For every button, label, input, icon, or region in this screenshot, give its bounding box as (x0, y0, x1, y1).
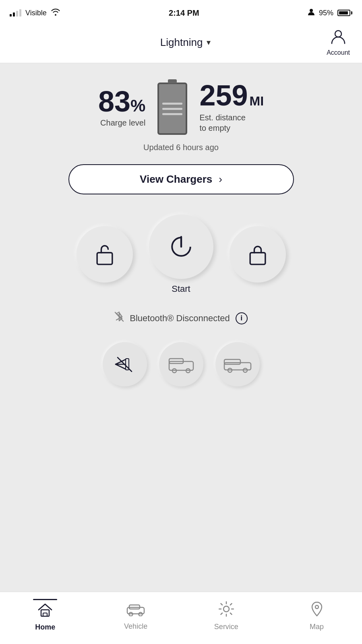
account-icon (330, 28, 346, 47)
chevron-right-icon: › (219, 173, 222, 186)
nav-item-home[interactable]: Home (0, 601, 91, 632)
start-circle (149, 215, 213, 279)
bottom-navigation: Home Vehicle Service (0, 592, 362, 644)
bluetooth-status: Bluetooth® Disconnected i (114, 310, 248, 326)
main-content: 83 % Charge level 259 MI Est. (0, 63, 362, 644)
wifi-icon (51, 8, 60, 18)
svg-rect-5 (250, 253, 265, 264)
signal-icon (10, 9, 21, 17)
charge-level-display: 83 % Charge level (98, 87, 145, 128)
svg-rect-2 (97, 253, 112, 264)
info-button[interactable]: i (236, 312, 248, 324)
status-time: 2:14 PM (169, 8, 199, 18)
svg-point-28 (315, 605, 319, 609)
status-right: 95% (308, 8, 352, 18)
vehicle-icon (126, 602, 145, 620)
distance-unit: MI (250, 94, 264, 109)
unlock-button[interactable] (77, 226, 133, 283)
distance-display: 259 MI Est. distanceto empty (199, 81, 264, 133)
carrier-name: Visible (25, 9, 47, 17)
view-chargers-label: View Chargers (140, 173, 212, 186)
charge-percent-value: 83 (98, 87, 130, 116)
vehicle-selector[interactable]: Lightning ▾ (160, 36, 211, 49)
status-bar: Visible 2:14 PM 95% (0, 0, 362, 24)
charge-percent-symbol: % (130, 96, 145, 116)
truck-side-button[interactable] (215, 342, 260, 386)
chevron-down-icon: ▾ (207, 37, 211, 47)
map-icon (310, 601, 324, 620)
distance-label: Est. distanceto empty (199, 112, 246, 133)
nav-item-service[interactable]: Service (181, 601, 272, 631)
svg-point-0 (310, 9, 313, 12)
svg-point-27 (223, 606, 229, 612)
account-label: Account (327, 49, 350, 56)
bluetooth-icon (114, 310, 124, 326)
battery-graphic (157, 79, 187, 135)
distance-value: 259 (199, 81, 248, 110)
lights-button[interactable] (103, 342, 147, 386)
nav-item-map[interactable]: Map (271, 601, 362, 631)
svg-rect-18 (224, 359, 240, 364)
nav-home-label: Home (35, 623, 55, 632)
header: Lightning ▾ Account (0, 24, 362, 63)
charge-info-section: 83 % Charge level 259 MI Est. (98, 79, 264, 135)
updated-timestamp: Updated 6 hours ago (143, 143, 219, 152)
feature-controls (103, 342, 260, 386)
battery-percent: 95% (319, 9, 333, 17)
nav-item-vehicle[interactable]: Vehicle (91, 602, 181, 631)
start-button[interactable]: Start (149, 215, 213, 294)
lock-circle (230, 226, 286, 283)
vehicle-controls: Start (77, 215, 286, 294)
start-label: Start (172, 284, 190, 294)
charge-level-label: Charge level (100, 118, 145, 128)
person-icon (308, 8, 315, 18)
account-button[interactable]: Account (327, 28, 350, 56)
bluetooth-status-text: Bluetooth® Disconnected (130, 313, 230, 324)
truck-view-button[interactable] (159, 342, 203, 386)
nav-map-label: Map (310, 623, 324, 631)
view-chargers-button[interactable]: View Chargers › (68, 164, 294, 194)
vehicle-name: Lightning (160, 36, 203, 49)
lock-button[interactable] (230, 226, 286, 283)
home-icon (37, 603, 53, 621)
battery-icon (337, 10, 352, 16)
status-left: Visible (10, 8, 60, 18)
svg-line-10 (116, 364, 126, 369)
nav-vehicle-label: Vehicle (124, 622, 147, 631)
svg-point-1 (335, 31, 341, 37)
info-icon: i (240, 314, 242, 322)
unlock-circle (77, 226, 133, 283)
nav-service-label: Service (214, 623, 238, 631)
service-icon (219, 601, 234, 620)
